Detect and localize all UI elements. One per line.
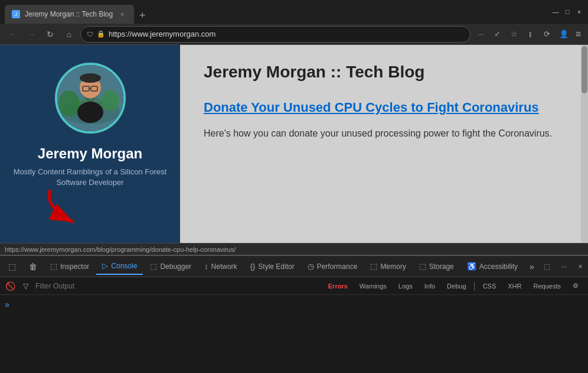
lock-icon: 🔒 [97, 30, 105, 38]
svg-point-3 [102, 90, 119, 111]
account-icon[interactable]: 👤 [557, 27, 571, 41]
bookmark-check-icon[interactable]: ✓ [491, 27, 505, 41]
svg-point-2 [58, 90, 80, 116]
avatar-image [57, 65, 123, 131]
console-filter-input[interactable] [35, 280, 319, 293]
filter-requests-button[interactable]: Requests [529, 281, 566, 291]
console-icon: ▷ [102, 261, 108, 270]
star-icon[interactable]: ☆ [507, 27, 521, 41]
filter-info-button[interactable]: Info [420, 281, 440, 291]
filter-debug-button[interactable]: Debug [442, 281, 471, 291]
debugger-icon: ⬚ [150, 262, 157, 271]
url-address: https://www.jeremymorgan.com [109, 30, 464, 38]
scrollbar[interactable] [581, 45, 588, 243]
refresh-button[interactable]: ↻ [43, 27, 58, 42]
devtools-copy-button[interactable]: ⬚ [540, 260, 554, 274]
tab-title: Jeremy Morgan :: Tech Blog [25, 10, 113, 18]
tab-accessibility[interactable]: ♿ Accessibility [461, 258, 524, 274]
filter-xhr-button[interactable]: XHR [503, 281, 526, 291]
tab-debugger[interactable]: ⬚ Debugger [144, 258, 197, 274]
tab-performance[interactable]: ◷ Performance [302, 258, 364, 274]
avatar [55, 63, 126, 134]
author-description: Mostly Content Ramblings of a Silicon Fo… [12, 167, 168, 188]
tab-inspector[interactable]: ⬚ Inspector [44, 258, 95, 274]
shield-icon: 🛡 [87, 31, 93, 38]
browser-tab[interactable]: J Jeremy Morgan :: Tech Blog × [5, 5, 134, 24]
memory-icon: ⬚ [370, 262, 377, 271]
tab-storage[interactable]: ⬚ Storage [413, 258, 460, 274]
devtools-panel: ⬚ 🗑 ⬚ Inspector ▷ Console ⬚ Debugger [0, 255, 588, 373]
console-prompt: » [5, 300, 583, 309]
devtools-overflow-button[interactable]: ··· [557, 260, 571, 274]
post-excerpt: Here's how you can donate your unused pr… [204, 126, 564, 141]
devtools-filter-toolbar: 🚫 ▽ Errors Warnings Logs Info Debug | CS… [0, 277, 588, 295]
page-content: Jeremy Morgan Mostly Content Ramblings o… [0, 45, 588, 243]
svg-point-9 [80, 73, 101, 83]
title-bar: J Jeremy Morgan :: Tech Blog × + — □ × [0, 0, 588, 24]
forward-button[interactable]: → [24, 27, 39, 42]
devtools-more-button[interactable]: » [525, 260, 539, 274]
tab-memory[interactable]: ⬚ Memory [364, 258, 411, 274]
devtools-close-button[interactable]: × [573, 260, 587, 274]
devtools-picker-button[interactable]: ⬚ [2, 258, 22, 275]
navigation-toolbar: ← → ↻ ⌂ 🛡 🔒 https://www.jeremymorgan.com… [0, 24, 588, 45]
filter-css-button[interactable]: CSS [478, 281, 501, 291]
svg-point-10 [77, 102, 103, 123]
minimize-button[interactable]: — [551, 8, 560, 16]
more-options-icon[interactable]: ··· [474, 27, 488, 41]
tab-network[interactable]: ↕ Network [198, 258, 243, 274]
tab-console[interactable]: ▷ Console [96, 258, 143, 275]
devtools-actions: ⬚ ··· × [540, 260, 587, 274]
tab-favicon: J [12, 10, 20, 18]
log-filter-buttons: Errors Warnings Logs Info Debug | CSS XH… [324, 281, 583, 291]
filter-logs-button[interactable]: Logs [394, 281, 417, 291]
style-editor-icon: {} [250, 262, 256, 271]
network-icon: ↕ [204, 262, 208, 271]
status-url: https://www.jeremymorgan.com/blog/progra… [5, 246, 236, 253]
devtools-content: » [0, 295, 588, 373]
trash-icon: 🗑 [29, 262, 37, 271]
filter-errors-button[interactable]: Errors [324, 281, 352, 291]
blog-title: Jeremy Morgan :: Tech Blog [204, 63, 564, 82]
filter-warnings-button[interactable]: Warnings [355, 281, 391, 291]
sync-icon[interactable]: ⟳ [540, 27, 554, 41]
status-bar: https://www.jeremymorgan.com/blog/progra… [0, 243, 588, 255]
author-name: Jeremy Morgan [38, 145, 142, 162]
console-clear-button[interactable]: 🚫 [5, 281, 15, 291]
devtools-tab-bar: ⬚ 🗑 ⬚ Inspector ▷ Console ⬚ Debugger [0, 256, 588, 277]
close-button[interactable]: × [575, 8, 583, 16]
console-filter-button[interactable]: ▽ [20, 281, 31, 291]
devtools-settings-icon[interactable]: ⚙ [568, 281, 583, 291]
performance-icon: ◷ [308, 262, 314, 271]
tab-style-editor[interactable]: {} Style Editor [244, 258, 300, 274]
hamburger-menu-icon[interactable]: ≡ [573, 29, 583, 40]
toolbar-actions: ··· ✓ ☆ ⫿ ⟳ 👤 ≡ [474, 27, 583, 41]
sidebar: Jeremy Morgan Mostly Content Ramblings o… [0, 45, 180, 243]
tab-close-button[interactable]: × [117, 9, 127, 19]
main-content: Jeremy Morgan :: Tech Blog Donate Your U… [180, 45, 588, 243]
home-button[interactable]: ⌂ [61, 27, 77, 42]
avatar-svg [57, 65, 123, 131]
devtools-trash-button[interactable]: 🗑 [23, 258, 43, 275]
browser-window: J Jeremy Morgan :: Tech Blog × + — □ × ←… [0, 0, 588, 373]
maximize-button[interactable]: □ [563, 8, 571, 16]
prompt-chevron-icon: » [5, 300, 9, 309]
back-button[interactable]: ← [5, 27, 20, 42]
picker-icon: ⬚ [8, 262, 16, 271]
url-bar[interactable]: 🛡 🔒 https://www.jeremymorgan.com [80, 26, 471, 43]
storage-icon: ⬚ [419, 262, 426, 271]
post-title-link[interactable]: Donate Your Unused CPU Cycles to Fight C… [204, 99, 564, 116]
accessibility-icon: ♿ [467, 262, 476, 271]
inspector-icon: ⬚ [50, 262, 57, 271]
tab-bar: J Jeremy Morgan :: Tech Blog × + [5, 0, 547, 24]
new-tab-button[interactable]: + [134, 7, 151, 24]
scrollbar-thumb[interactable] [582, 46, 587, 93]
library-icon[interactable]: ⫿ [524, 27, 538, 41]
window-controls: — □ × [551, 8, 583, 16]
